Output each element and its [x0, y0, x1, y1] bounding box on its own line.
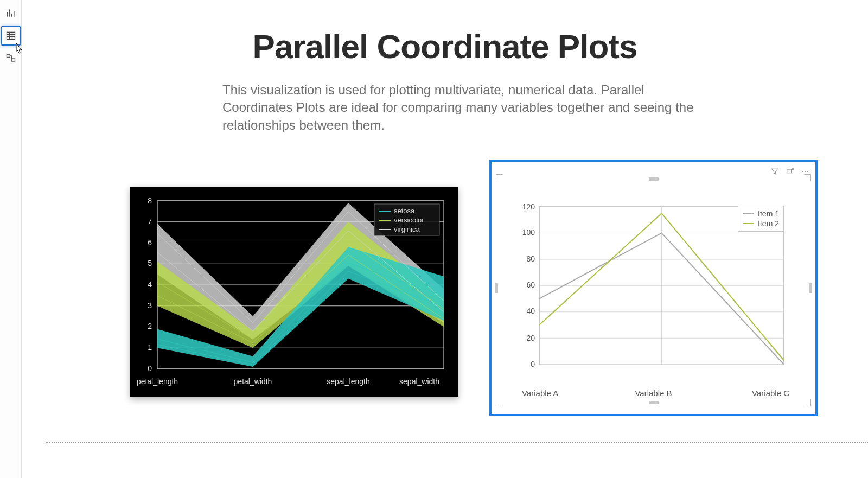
iris-ytick: 4	[148, 280, 152, 289]
iris-ytick: 8	[148, 196, 152, 205]
iris-ytick: 2	[148, 322, 152, 330]
resize-handle-tr[interactable]	[804, 174, 811, 181]
iris-ytick: 6	[148, 238, 152, 247]
legend-swatch-item2	[743, 223, 754, 225]
table-icon	[5, 30, 16, 41]
resize-handle-bl[interactable]	[496, 399, 503, 406]
filter-icon[interactable]	[770, 167, 780, 176]
pbi-ytick: 80	[526, 254, 535, 263]
model-icon	[5, 53, 16, 64]
iris-ytick: 7	[148, 217, 152, 226]
iris-legend-virginica: virginica	[394, 225, 420, 233]
resize-handle-br[interactable]	[804, 399, 811, 406]
model-view-button[interactable]	[2, 50, 20, 67]
report-canvas[interactable]: Parallel Coordinate Plots This visualiza…	[22, 0, 868, 478]
iris-legend-versicolor: versicolor	[394, 216, 424, 224]
pbi-legend: Item 1 Item 2	[738, 206, 784, 232]
iris-ytick: 1	[148, 343, 152, 352]
resize-handle-left[interactable]	[495, 283, 498, 293]
page-title: Parallel Coordinate Plots	[22, 27, 868, 66]
iris-ytick: 3	[148, 301, 152, 310]
pbi-axis-label-c: Variable C	[752, 388, 789, 398]
iris-axis-label: petal_width	[234, 377, 272, 386]
iris-legend-setosa: setosa	[394, 207, 415, 215]
svg-point-19	[805, 171, 806, 172]
pbi-ytick: 20	[526, 334, 535, 342]
svg-point-20	[807, 171, 808, 172]
resize-handle-right[interactable]	[809, 283, 812, 293]
parallel-coordinate-visual[interactable]: 0 20 40 60 80 100 120 Variable A Variabl…	[489, 160, 818, 416]
iris-parallel-chart: 0 1 2 3 4 5 6 7 8	[130, 187, 458, 397]
resize-handle-tl[interactable]	[496, 174, 503, 181]
pbi-axis-label-b: Variable B	[635, 388, 672, 398]
legend-swatch-item1	[743, 213, 754, 215]
iris-ytick: 0	[148, 364, 152, 373]
svg-rect-1	[7, 55, 10, 58]
pbi-ytick: 40	[526, 307, 535, 315]
view-rail	[0, 0, 22, 478]
iris-axis-label: petal_length	[137, 377, 178, 386]
pbi-ytick: 100	[522, 228, 535, 237]
iris-ytick: 5	[148, 259, 152, 267]
svg-rect-17	[787, 169, 792, 173]
focus-mode-icon[interactable]	[785, 167, 795, 176]
page-separator	[46, 442, 868, 443]
data-view-button[interactable]	[1, 26, 21, 46]
pbi-ytick: 120	[522, 202, 535, 211]
bar-chart-icon	[5, 8, 16, 18]
legend-label-item1: Item 1	[758, 209, 779, 218]
iris-axis-label: sepal_length	[327, 377, 369, 386]
resize-handle-top[interactable]	[649, 177, 659, 181]
svg-rect-0	[7, 32, 15, 39]
pbi-axis-label-a: Variable A	[522, 388, 558, 398]
svg-rect-2	[11, 59, 15, 61]
page-description: This visualization is used for plotting …	[222, 81, 716, 134]
resize-handle-bottom[interactable]	[649, 401, 659, 404]
svg-point-18	[802, 171, 803, 172]
legend-label-item2: Item 2	[758, 219, 779, 228]
pbi-ytick: 0	[531, 360, 535, 368]
iris-axis-label: sepal_width	[399, 377, 439, 386]
report-view-button[interactable]	[2, 4, 20, 22]
pbi-ytick: 60	[526, 281, 535, 289]
